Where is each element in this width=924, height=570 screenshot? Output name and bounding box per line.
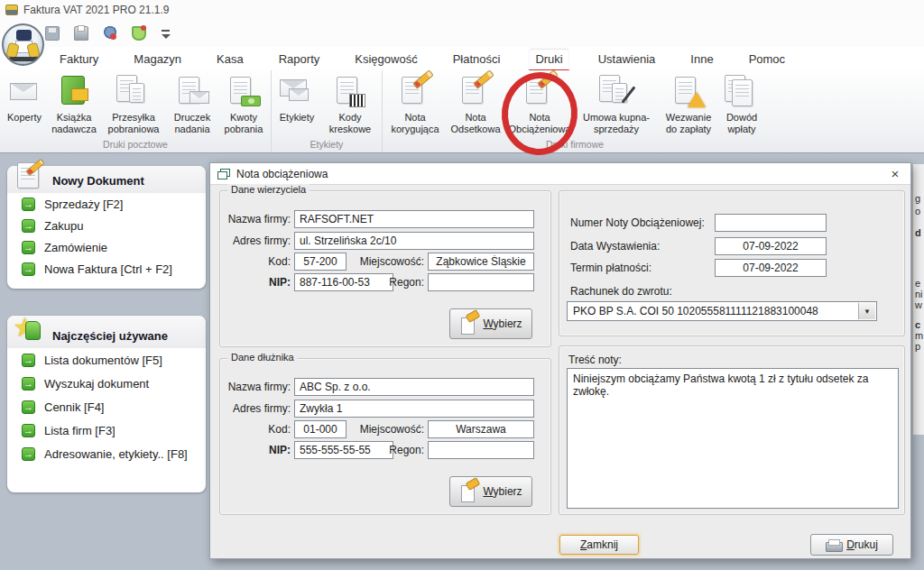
ribbon-group-label: Etykiety [273, 139, 380, 152]
sidebar-item-zamowienie[interactable]: → Zamówienie [7, 236, 206, 258]
creditor-zip-input[interactable] [294, 253, 346, 271]
debtor-name-input[interactable] [294, 378, 534, 396]
tab-faktury[interactable]: Faktury [54, 50, 104, 69]
sidebar-item-label: Zamówienie [44, 241, 107, 254]
sidebar-item-nowa-faktura[interactable]: → Nowa Faktura [Ctrl + F2] [7, 258, 206, 280]
sidebar-section-header: Nowy Dokument [7, 166, 206, 193]
app-logo[interactable] [2, 23, 44, 66]
dialog-title-bar[interactable]: Nota obciążeniowa × [210, 163, 910, 185]
close-icon[interactable]: × [887, 166, 903, 182]
note-content-textarea[interactable]: Niniejszym obciążamy Państwa kwotą 1 zł … [567, 368, 899, 509]
creditor-regon-input[interactable] [428, 273, 534, 291]
debtor-select-button[interactable]: Wybierz [449, 476, 532, 507]
edge-text-fragment: ni [915, 289, 923, 299]
title-bar: Faktura VAT 2021 PRO 21.1.9 [0, 0, 924, 20]
ribbon-group-items: Nota korygująca Nota Odsetkowa Nota Obci… [384, 72, 765, 139]
sidebar-item-lista-firm[interactable]: → Lista firm [F3] [7, 418, 206, 442]
ribbon-item-label: Dowód wpłaty [720, 112, 763, 134]
cart-icon[interactable] [132, 26, 146, 41]
edge-text-fragment: p [915, 341, 920, 352]
sidebar-item-adresowanie-etykiety[interactable]: → Adresowanie, etykiety.. [F8] [7, 442, 206, 465]
print-icon[interactable] [74, 26, 88, 41]
ribbon-item-druczek-nadania[interactable]: Druczek nadania [166, 72, 218, 136]
tab-kasa[interactable]: Kasa [211, 50, 249, 69]
tab-ksiegowosc[interactable]: Księgowość [349, 50, 422, 69]
sidebar-item-sprzedazy[interactable]: → Sprzedaży [F2] [7, 193, 206, 215]
ribbon-item-przesylka-pobraniowa[interactable]: Przesyłka pobraniowa [101, 72, 166, 136]
chevron-down-icon[interactable]: ▼ [858, 303, 875, 319]
sidebar-item-zakupu[interactable]: → Zakupu [7, 215, 206, 236]
tab-inne[interactable]: Inne [685, 50, 718, 69]
due-date-input[interactable] [715, 259, 827, 277]
tab-raporty[interactable]: Raporty [273, 50, 326, 69]
debtor-city-input[interactable] [428, 420, 534, 438]
ribbon-item-kody-kreskowe[interactable]: Kody kreskowe [320, 72, 380, 136]
ribbon-item-ksiazka-nadawcza[interactable]: Książka nadawcza [47, 72, 101, 136]
badge-icon[interactable] [103, 26, 117, 41]
account-combobox[interactable]: PKO BP S.A. COI 50 102055581111121883100… [567, 301, 877, 321]
envelope-icon [5, 74, 43, 110]
close-button[interactable]: Zamknij [559, 535, 639, 555]
ribbon-item-umowa-kupna-sprzedazy[interactable]: Umowa kupna-sprzedaży [574, 72, 659, 136]
document-envelope-icon [173, 74, 211, 110]
ribbon-item-dowod-wplaty[interactable]: Dowód wpłaty [718, 72, 765, 136]
debtor-address-input[interactable] [294, 400, 534, 418]
barcode-icon [331, 74, 369, 110]
sidebar-item-label: Cennik [F4] [44, 400, 104, 414]
ribbon-group-label: Druki firmowe [384, 139, 765, 152]
debtor-address-label: Adres firmy: [220, 402, 291, 415]
sidebar-item-cennik[interactable]: → Cennik [F4] [7, 395, 206, 418]
creditor-select-button[interactable]: Wybierz [449, 308, 532, 339]
new-document-icon [14, 161, 45, 191]
ribbon-item-label: Wezwanie do zapłaty [661, 112, 716, 134]
save-icon[interactable] [45, 26, 60, 41]
ribbon-item-nota-odsetkowa[interactable]: Nota Odsetkowa [446, 72, 505, 136]
issue-date-input[interactable] [715, 237, 827, 255]
tab-magazyn[interactable]: Magazyn [128, 50, 187, 69]
ribbon-group-items: Koperty Książka nadawcza Przesyłka pobra… [2, 72, 269, 139]
green-arrow-icon: → [22, 219, 35, 233]
select-button-label: Wybierz [483, 485, 522, 498]
debtor-name-label: Nazwa firmy: [220, 381, 291, 393]
nota-obciazeniowa-dialog: Nota obciążeniowa × Dane wierzyciela Naz… [209, 162, 911, 559]
ribbon-item-label: Nota Obciążeniowa [507, 112, 572, 134]
tab-platnosci[interactable]: Płatności [448, 50, 506, 69]
sidebar-item-label: Zakupu [44, 219, 83, 233]
tab-pomoc[interactable]: Pomoc [744, 50, 790, 69]
sidebar-item-lista-dokumentow[interactable]: → Lista dokumentów [F5] [7, 348, 206, 372]
edge-text-fragment: e [915, 278, 920, 289]
debtor-zip-input[interactable] [294, 420, 346, 438]
ribbon-item-label: Nota korygująca [386, 112, 444, 134]
ribbon-item-koperty[interactable]: Koperty [2, 72, 47, 125]
ribbon-item-wezwanie-do-zaplaty[interactable]: Wezwanie do zapłaty [659, 72, 718, 136]
creditor-address-input[interactable] [294, 232, 534, 250]
select-button-label: Wybierz [483, 317, 522, 330]
sidebar-section-header: Najczęściej używane [7, 316, 206, 348]
ribbon-item-etykiety[interactable]: Etykiety [273, 72, 320, 125]
dialog-window-icon [217, 169, 229, 179]
sidebar-item-wyszukaj-dokument[interactable]: → Wyszukaj dokument [7, 372, 206, 395]
tab-druki[interactable]: Druki [530, 50, 568, 69]
document-pencil-icon [396, 74, 434, 110]
tab-ustawienia[interactable]: Ustawienia [593, 50, 661, 69]
sidebar-item-label: Wyszukaj dokument [44, 377, 149, 391]
note-number-input[interactable] [715, 214, 827, 232]
note-details-box: Numer Noty Obciążeniowej: Data Wystawien… [559, 190, 905, 336]
issue-date-label: Data Wystawienia: [570, 240, 660, 253]
ribbon-group-druki-pocztowe: Koperty Książka nadawcza Przesyłka pobra… [0, 70, 272, 152]
ribbon-item-label: Etykiety [280, 112, 315, 124]
dialog-title: Nota obciążeniowa [236, 168, 880, 180]
ribbon-item-nota-obciazeniowa[interactable]: Nota Obciążeniowa [505, 72, 574, 136]
toolbar-more-icon[interactable] [161, 27, 171, 40]
creditor-name-input[interactable] [294, 210, 534, 228]
print-button[interactable]: Drukuj [810, 534, 893, 556]
document-pencil-icon [457, 74, 494, 110]
ribbon-item-kwoty-pobrania[interactable]: Kwoty pobrania [218, 72, 269, 136]
note-content-box: Treść noty: Niniejszym obciążamy Państwa… [559, 345, 905, 515]
ribbon-item-nota-korygujaca[interactable]: Nota korygująca [384, 72, 446, 136]
document-pencil-icon [521, 74, 559, 110]
ribbon-item-label: Druczek nadania [168, 112, 217, 134]
creditor-city-input[interactable] [428, 253, 534, 271]
ribbon-item-label: Książka nadawcza [49, 112, 99, 134]
debtor-regon-input[interactable] [428, 441, 534, 459]
